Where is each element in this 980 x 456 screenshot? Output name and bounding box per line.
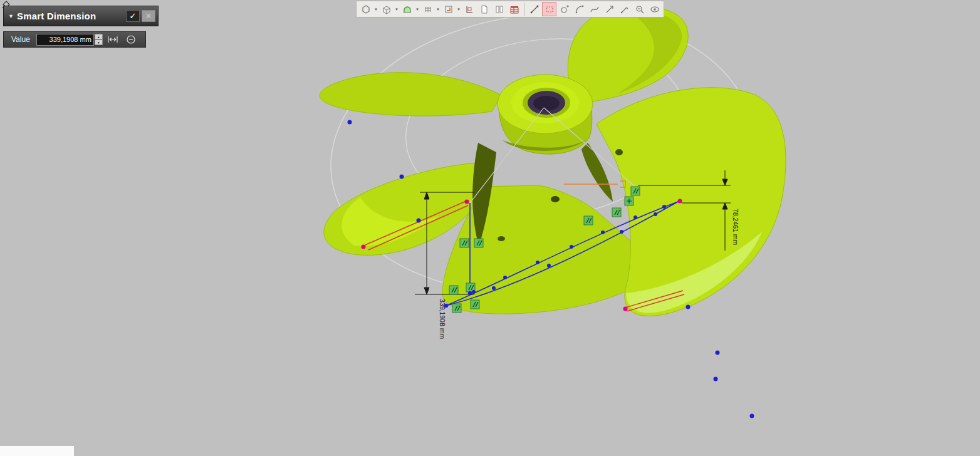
sheet-tool-button[interactable]: [477, 2, 491, 16]
value-input[interactable]: [36, 34, 94, 46]
value-bar: Value ▲ ▼: [3, 31, 146, 48]
circle-tool-button[interactable]: [557, 2, 571, 16]
plane-grid-dropdown-arrow[interactable]: ▾: [456, 7, 461, 12]
value-label: Value: [11, 35, 30, 44]
status-strip: [0, 446, 74, 456]
fan-hub-bore-deep: [533, 96, 560, 111]
measure-tool-button[interactable]: [617, 2, 632, 16]
value-spinner-down[interactable]: ▼: [95, 39, 103, 45]
zoom-tool-button[interactable]: [632, 2, 647, 16]
cancel-button[interactable]: ✕: [142, 10, 155, 22]
arc-icon: [575, 4, 585, 14]
toolbar-separator: [524, 3, 524, 16]
value-spinner: ▲ ▼: [95, 34, 103, 45]
value-spinner-up[interactable]: ▲: [95, 34, 103, 39]
pattern-dropdown-arrow[interactable]: ▾: [435, 7, 440, 12]
spline-icon: [590, 4, 600, 14]
polygon-dropdown-arrow[interactable]: ▾: [373, 7, 378, 12]
offset-icon: [605, 4, 615, 14]
box-dropdown-arrow[interactable]: ▾: [394, 7, 399, 12]
dimension-style-button[interactable]: [105, 33, 121, 46]
lock-dimension-icon: [126, 34, 136, 44]
sheet-icon: [479, 4, 489, 14]
pattern-tool-button[interactable]: [420, 2, 435, 16]
display-icon: [650, 4, 660, 14]
table-red-icon: [509, 4, 519, 14]
arch-tool-button[interactable]: [400, 2, 414, 16]
arc-tool-button[interactable]: [572, 2, 586, 16]
viewport-3d[interactable]: 339,1908 mm 78,2461 mm: [0, 0, 980, 456]
select-region-tool-button[interactable]: [542, 2, 556, 16]
polygon-tool-button[interactable]: [358, 2, 373, 16]
offset-tool-button[interactable]: [602, 2, 617, 16]
table-red-tool-button[interactable]: [507, 2, 521, 16]
sketch-toolbar: ▾ ▾ ▾ ▾ ▾: [356, 1, 664, 18]
application-window: 339,1908 mm 78,2461 mm: [0, 0, 980, 456]
measure-icon: [620, 4, 630, 14]
zoom-icon: [635, 4, 645, 14]
corner-plane-tool-button[interactable]: [462, 2, 476, 16]
accept-button[interactable]: ✓: [126, 10, 140, 22]
select-region-icon: [545, 4, 555, 14]
line-icon: [529, 4, 540, 14]
fan-hole-1: [498, 236, 505, 241]
arch-icon: [402, 4, 412, 14]
fan-hole-2: [551, 196, 560, 202]
corner-plane-icon: [464, 4, 474, 14]
polygon-icon: [361, 4, 371, 14]
dimension-right-label[interactable]: 78,2461 mm: [732, 209, 739, 246]
display-tool-button[interactable]: [647, 2, 662, 16]
plane-grid-tool-button[interactable]: [441, 2, 456, 16]
plane-grid-icon: [444, 4, 454, 14]
arch-dropdown-arrow[interactable]: ▾: [415, 7, 420, 12]
circle-icon: [560, 4, 570, 14]
columns-tool-button[interactable]: [492, 2, 506, 16]
pattern-icon: [423, 4, 433, 14]
box-icon: [382, 4, 392, 14]
command-panel-header: ▼ Smart Dimension ✓ ✕: [3, 6, 159, 26]
fan-hole-3: [615, 149, 623, 155]
spline-tool-button[interactable]: [587, 2, 602, 16]
box-tool-button[interactable]: [379, 2, 394, 16]
columns-icon: [494, 4, 504, 14]
line-tool-button[interactable]: [527, 2, 541, 16]
lock-dimension-button[interactable]: [123, 33, 139, 46]
dimension-style-icon: [107, 35, 118, 44]
panel-collapse-caret[interactable]: ▼: [8, 13, 14, 19]
panel-title: Smart Dimension: [17, 11, 96, 21]
